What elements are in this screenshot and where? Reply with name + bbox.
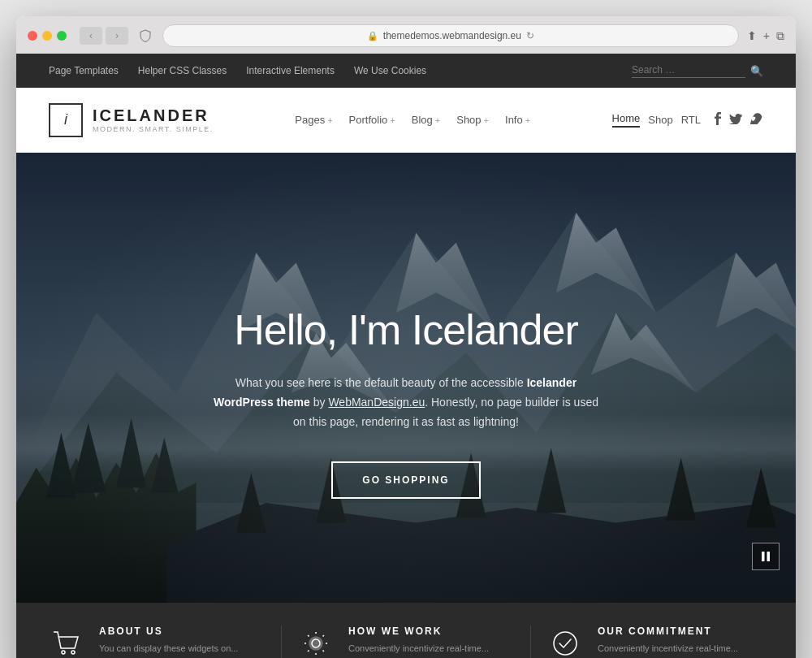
refresh-icon: ↻: [526, 30, 534, 41]
hero-section: Hello, I'm Icelander What you see here i…: [16, 153, 796, 603]
svg-rect-24: [762, 552, 765, 561]
svg-rect-25: [767, 552, 771, 561]
footer-col-work: HOW WE WORK Conveniently incentivize rea…: [298, 626, 514, 658]
address-bar[interactable]: 🔒 themedemos.webmandesign.eu ↻: [162, 24, 739, 47]
nav-pages[interactable]: Pages +: [295, 114, 332, 126]
site-logo: i ICELANDER MODERN. SMART. SIMPLE.: [49, 103, 214, 137]
lock-icon: 🔒: [367, 31, 378, 41]
footer-col-about: ABOUT US You can display these widgets o…: [49, 626, 265, 658]
hero-desc-plain: What you see here is the default beauty …: [235, 376, 527, 389]
secondary-nav: Home Shop RTL: [612, 112, 701, 128]
website-content: Page Templates Helper CSS Classes Intera…: [16, 54, 796, 658]
nav-home[interactable]: Home: [612, 112, 641, 128]
cart-icon: [52, 629, 81, 658]
hero-content: Hello, I'm Icelander What you see here i…: [16, 153, 796, 603]
helper-css-link[interactable]: Helper CSS Classes: [138, 65, 227, 76]
logo-name: ICELANDER: [93, 106, 214, 125]
footer-commitment-title: OUR COMMITMENT: [598, 626, 738, 637]
hero-desc-link[interactable]: WebManDesign.eu: [328, 396, 425, 409]
browser-window: ‹ › 🔒 themedemos.webmandesign.eu ↻ ⬆ + ⧉…: [16, 16, 796, 658]
footer-work-desc: Conveniently incentivize real-time...: [348, 642, 489, 656]
url-text: themedemos.webmandesign.eu: [383, 30, 521, 41]
share-icon[interactable]: ⬆: [747, 29, 757, 43]
hero-description: What you see here is the default beauty …: [211, 374, 601, 431]
top-nav-links: Page Templates Helper CSS Classes Intera…: [49, 65, 426, 76]
site-header: i ICELANDER MODERN. SMART. SIMPLE. Pages…: [16, 88, 796, 153]
check-circle-icon-wrap: [547, 626, 583, 658]
gear-icon-wrap: [298, 626, 334, 658]
svg-point-27: [71, 651, 75, 654]
hero-cta-button[interactable]: GO SHOPPING: [331, 461, 480, 499]
hero-title: Hello, I'm Icelander: [234, 305, 577, 354]
close-dot[interactable]: [28, 31, 37, 41]
top-navbar: Page Templates Helper CSS Classes Intera…: [16, 54, 796, 88]
search-input-wrapper: [632, 64, 745, 78]
top-search: 🔍: [632, 64, 763, 78]
maximize-dot[interactable]: [57, 31, 67, 41]
footer-col-commitment-content: OUR COMMITMENT Conveniently incentivize …: [598, 626, 738, 656]
tabs-icon[interactable]: ⧉: [776, 29, 784, 43]
cart-icon-wrap: [49, 626, 84, 658]
vimeo-icon[interactable]: [750, 113, 763, 127]
footer-about-title: ABOUT US: [99, 626, 238, 637]
cookies-link[interactable]: We Use Cookies: [354, 65, 426, 76]
hero-pause-button[interactable]: [752, 543, 780, 570]
browser-dots: [28, 31, 67, 41]
browser-nav-buttons: ‹ ›: [80, 27, 128, 45]
search-icon[interactable]: 🔍: [750, 65, 763, 77]
interactive-elements-link[interactable]: Interactive Elements: [246, 65, 335, 76]
back-button[interactable]: ‹: [80, 27, 102, 45]
svg-point-29: [554, 632, 577, 655]
browser-chrome: ‹ › 🔒 themedemos.webmandesign.eu ↻ ⬆ + ⧉: [16, 16, 796, 54]
footer-commitment-desc: Conveniently incentivize real-time...: [598, 642, 738, 656]
logo-tagline: MODERN. SMART. SIMPLE.: [93, 125, 214, 133]
search-input[interactable]: [632, 64, 745, 76]
site-nav-right: Home Shop RTL: [612, 112, 763, 128]
footer-col-work-content: HOW WE WORK Conveniently incentivize rea…: [348, 626, 489, 656]
nav-info[interactable]: Info +: [505, 114, 530, 126]
footer-divider-2: [530, 626, 531, 658]
logo-letter: i: [64, 111, 67, 128]
footer-about-desc: You can display these widgets on...: [99, 642, 238, 656]
footer-col-about-content: ABOUT US You can display these widgets o…: [99, 626, 238, 656]
minimize-dot[interactable]: [42, 31, 52, 41]
twitter-icon[interactable]: [729, 114, 742, 127]
browser-actions: ⬆ + ⧉: [747, 29, 784, 43]
nav-shop[interactable]: Shop +: [456, 114, 489, 126]
site-main-nav: Pages + Portfolio + Blog + Shop + Info: [295, 114, 530, 126]
logo-text: ICELANDER MODERN. SMART. SIMPLE.: [93, 106, 214, 133]
shield-icon: [136, 27, 154, 45]
new-tab-icon[interactable]: +: [763, 29, 770, 43]
facebook-icon[interactable]: [714, 112, 721, 128]
hero-desc-mid: by: [310, 396, 329, 409]
footer-col-commitment: OUR COMMITMENT Conveniently incentivize …: [547, 626, 763, 658]
footer-strip: ABOUT US You can display these widgets o…: [16, 603, 796, 658]
nav-blog[interactable]: Blog +: [412, 114, 440, 126]
svg-point-26: [62, 651, 65, 654]
logo-box: i: [49, 103, 83, 137]
page-templates-link[interactable]: Page Templates: [49, 65, 119, 76]
gear-icon: [301, 629, 330, 658]
nav-shop-secondary[interactable]: Shop: [648, 114, 672, 126]
nav-rtl[interactable]: RTL: [681, 114, 701, 126]
social-icons: [714, 112, 763, 128]
footer-work-title: HOW WE WORK: [348, 626, 489, 637]
check-circle-icon: [551, 629, 580, 658]
footer-divider-1: [281, 626, 282, 658]
nav-portfolio[interactable]: Portfolio +: [349, 114, 395, 126]
forward-button[interactable]: ›: [106, 27, 128, 45]
